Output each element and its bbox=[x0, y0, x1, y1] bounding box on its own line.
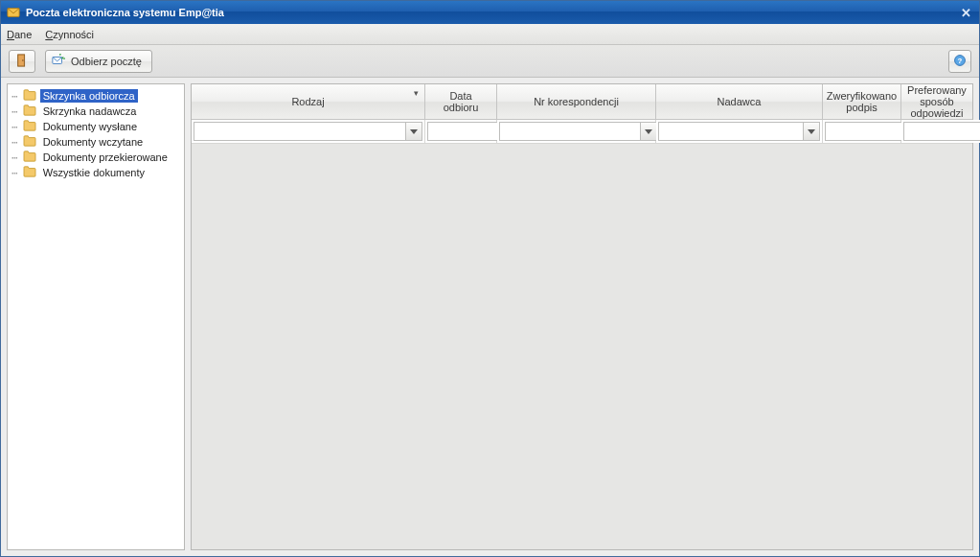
folder-item[interactable]: ⋯Dokumenty wysłane bbox=[10, 119, 182, 134]
exit-button[interactable] bbox=[9, 50, 35, 73]
col-header-label: Nadawca bbox=[718, 96, 762, 107]
chevron-down-icon[interactable] bbox=[640, 122, 657, 141]
fetch-mail-label: Odbierz pocztę bbox=[71, 56, 142, 67]
col-header-rodzaj[interactable]: Rodzaj ▾ bbox=[192, 84, 425, 119]
folder-icon bbox=[23, 120, 36, 133]
tree-connector-icon: ⋯ bbox=[11, 167, 17, 179]
filter-pref-input[interactable] bbox=[903, 122, 980, 141]
col-header-nadawca[interactable]: Nadawca bbox=[656, 84, 823, 119]
filter-nadawca-input[interactable] bbox=[658, 122, 803, 141]
filter-rodzaj[interactable] bbox=[194, 122, 422, 141]
folder-tree-panel: ⋯Skrzynka odbiorcza⋯Skrzynka nadawcza⋯Do… bbox=[7, 83, 185, 550]
tree-connector-icon: ⋯ bbox=[11, 90, 17, 103]
window-title: Poczta elektroniczna systemu Emp@tia bbox=[26, 7, 956, 18]
chevron-down-icon[interactable] bbox=[405, 122, 422, 141]
menu-dane[interactable]: Dane bbox=[7, 29, 32, 40]
content-area: ⋯Skrzynka odbiorcza⋯Skrzynka nadawcza⋯Do… bbox=[1, 78, 979, 556]
folder-icon bbox=[23, 151, 36, 164]
col-header-label: Preferowany sposób odpowiedzi bbox=[907, 84, 967, 119]
refresh-mail-icon bbox=[52, 54, 65, 69]
col-header-zweryfikowano-podpis[interactable]: Zweryfikowano podpis bbox=[823, 84, 901, 119]
mail-grid: Rodzaj ▾ Data odbioru Nr korespondencji … bbox=[191, 83, 973, 550]
chevron-down-icon[interactable] bbox=[803, 122, 820, 141]
tree-connector-icon: ⋯ bbox=[11, 121, 17, 133]
col-header-label: Rodzaj bbox=[291, 96, 324, 107]
filter-preferowany-sposob[interactable] bbox=[903, 122, 980, 141]
folder-icon bbox=[23, 166, 36, 179]
grid-body-empty bbox=[192, 144, 972, 549]
folder-label: Dokumenty wysłane bbox=[40, 120, 140, 133]
folder-icon bbox=[23, 89, 36, 103]
folder-label: Dokumenty wczytane bbox=[40, 135, 147, 149]
col-header-label: Zweryfikowano podpis bbox=[827, 90, 897, 113]
app-window: Poczta elektroniczna systemu Emp@tia ✕ D… bbox=[0, 0, 980, 557]
folder-label: Wszystkie dokumenty bbox=[40, 166, 148, 179]
folder-label: Skrzynka odbiorcza bbox=[40, 89, 138, 103]
folder-item[interactable]: ⋯Wszystkie dokumenty bbox=[10, 165, 182, 180]
grid-filter-row bbox=[192, 120, 972, 144]
app-icon bbox=[7, 6, 20, 19]
folder-item[interactable]: ⋯Dokumenty wczytane bbox=[10, 134, 182, 150]
menu-bar: Dane Czynności bbox=[1, 24, 979, 45]
folder-icon bbox=[23, 135, 36, 149]
folder-item[interactable]: ⋯Dokumenty przekierowane bbox=[10, 150, 182, 165]
grid-header-row: Rodzaj ▾ Data odbioru Nr korespondencji … bbox=[192, 84, 972, 120]
fetch-mail-button[interactable]: Odbierz pocztę bbox=[45, 50, 152, 73]
folder-icon bbox=[23, 104, 36, 118]
folder-label: Dokumenty przekierowane bbox=[40, 151, 171, 164]
col-header-preferowany-sposob[interactable]: Preferowany sposób odpowiedzi bbox=[901, 84, 972, 119]
title-bar: Poczta elektroniczna systemu Emp@tia ✕ bbox=[1, 1, 979, 24]
tree-connector-icon: ⋯ bbox=[11, 151, 17, 164]
svg-text:?: ? bbox=[958, 56, 963, 64]
close-button[interactable]: ✕ bbox=[956, 4, 975, 21]
svg-point-3 bbox=[22, 59, 23, 60]
folder-tree: ⋯Skrzynka odbiorcza⋯Skrzynka nadawcza⋯Do… bbox=[10, 88, 182, 180]
filter-nr-korespondencji[interactable] bbox=[499, 122, 657, 141]
door-icon bbox=[15, 54, 29, 69]
col-header-data-odbioru[interactable]: Data odbioru bbox=[425, 84, 497, 119]
tree-connector-icon: ⋯ bbox=[11, 136, 17, 149]
tree-connector-icon: ⋯ bbox=[11, 105, 17, 118]
filter-nr-input[interactable] bbox=[499, 122, 640, 141]
folder-item[interactable]: ⋯Skrzynka nadawcza bbox=[10, 104, 182, 119]
folder-label: Skrzynka nadawcza bbox=[40, 104, 140, 118]
menu-czynnosci[interactable]: Czynności bbox=[45, 29, 94, 40]
filter-rodzaj-input[interactable] bbox=[194, 122, 405, 141]
sort-indicator-icon: ▾ bbox=[414, 88, 419, 98]
help-icon: ? bbox=[953, 54, 967, 69]
col-header-label: Nr korespondencji bbox=[534, 96, 619, 107]
filter-nadawca[interactable] bbox=[658, 122, 820, 141]
help-button[interactable]: ? bbox=[948, 50, 971, 73]
toolbar: Odbierz pocztę ? bbox=[1, 45, 979, 78]
col-header-nr-korespondencji[interactable]: Nr korespondencji bbox=[497, 84, 656, 119]
col-header-label: Data odbioru bbox=[431, 90, 490, 113]
folder-item[interactable]: ⋯Skrzynka odbiorcza bbox=[10, 88, 182, 104]
